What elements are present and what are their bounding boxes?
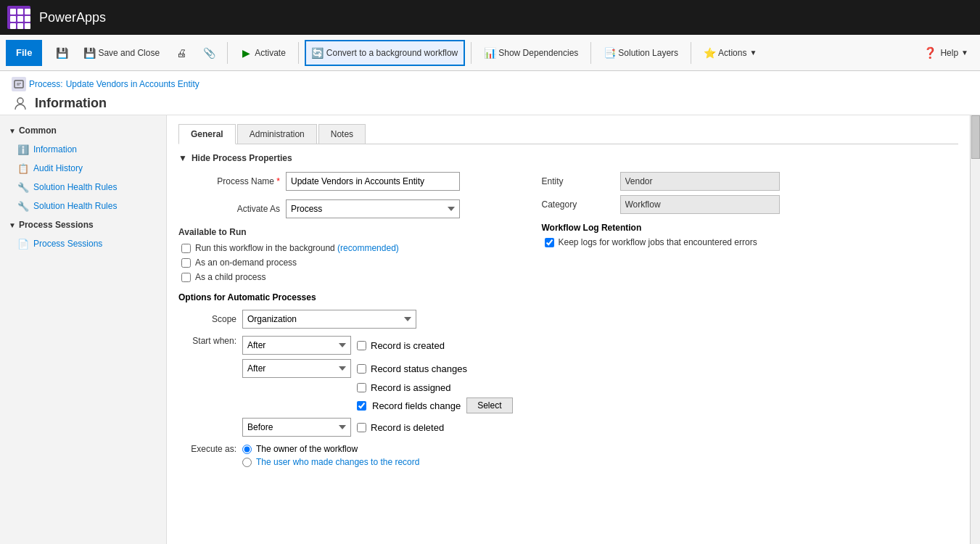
execute-radio-1[interactable]	[242, 445, 252, 454]
execute-as-label: Execute as:	[178, 444, 236, 454]
help-button[interactable]: ❓ Help ▼	[918, 44, 974, 62]
breadcrumb-title: Update Vendors in Accounts Entity	[66, 79, 199, 89]
print-icon: 🖨	[176, 47, 187, 59]
actions-button[interactable]: ⭐ Actions ▼	[697, 40, 763, 66]
execute-radio-2[interactable]	[242, 458, 252, 467]
sidebar-common-header[interactable]: ▼ Common	[0, 121, 166, 140]
show-dependencies-button[interactable]: 📊 Show Dependencies	[477, 40, 585, 66]
checkbox-record-status[interactable]	[357, 364, 366, 374]
category-row: Category	[542, 195, 803, 214]
checkbox-row-ondemand: As an on-demand process	[178, 257, 513, 268]
recommended-link[interactable]: (recommended)	[337, 243, 399, 253]
section-arrow-icon: ▼	[178, 153, 187, 163]
save-close-button[interactable]: 💾 Save and Close	[77, 40, 166, 66]
checkbox-record-created[interactable]	[357, 341, 366, 350]
waffle-icon[interactable]	[7, 6, 30, 29]
activate-as-select[interactable]: Process Template	[286, 199, 460, 218]
top-bar: PowerApps	[0, 0, 980, 35]
select-button[interactable]: Select	[466, 397, 512, 413]
record-created-row: Record is created	[357, 340, 445, 351]
checkbox-ondemand[interactable]	[181, 258, 191, 268]
checkbox-background[interactable]	[181, 244, 191, 253]
breadcrumb: Process: Update Vendors in Accounts Enti…	[12, 77, 968, 91]
sidebar-health-2-label: Solution Health Rules	[33, 201, 117, 211]
sidebar-item-process-sessions[interactable]: 📄 Process Sessions	[0, 234, 166, 253]
breadcrumb-prefix: Process:	[29, 79, 63, 89]
entity-label: Entity	[542, 176, 614, 186]
sidebar-process-sessions-header[interactable]: ▼ Process Sessions	[0, 215, 166, 234]
workflow-log-checkbox[interactable]	[545, 238, 554, 247]
scrollbar-thumb[interactable]	[971, 115, 980, 159]
page-title-row: Information	[12, 94, 968, 112]
print-button[interactable]: 🖨	[169, 40, 194, 66]
record-assigned-label: Record is assigned	[371, 382, 451, 393]
start-when-row-4: Record fields change Select	[242, 397, 513, 413]
workflow-log-section: Workflow Log Retention Keep logs for wor…	[542, 223, 803, 247]
sidebar-process-sessions-item-label: Process Sessions	[33, 239, 102, 249]
start-when-label: Start when:	[178, 336, 236, 346]
page-title: Information	[35, 96, 107, 111]
activate-button[interactable]: ▶ Activate	[234, 40, 292, 66]
record-assigned-row: Record is assigned	[357, 382, 451, 393]
checkbox-record-fields[interactable]	[357, 401, 366, 411]
checkbox-child[interactable]	[181, 273, 191, 282]
checkbox-record-assigned[interactable]	[357, 383, 366, 392]
separator-4	[590, 42, 591, 64]
separator-5	[691, 42, 691, 64]
tab-administration[interactable]: Administration	[237, 124, 317, 144]
sidebar-item-information[interactable]: ℹ️ Information	[0, 140, 166, 159]
solution-layers-button[interactable]: 📑 Solution Layers	[597, 40, 685, 66]
convert-button[interactable]: 🔄 Convert to a background workflow	[305, 40, 465, 66]
tab-general[interactable]: General	[178, 124, 236, 144]
checkbox-child-label: As a child process	[195, 272, 265, 282]
convert-icon: 🔄	[312, 47, 324, 59]
sidebar-item-health-rules-2[interactable]: 🔧 Solution Health Rules	[0, 197, 166, 215]
checkbox-record-deleted[interactable]	[357, 423, 366, 432]
options-automatic-title: Options for Automatic Processes	[178, 292, 513, 302]
audit-icon: 📋	[17, 162, 29, 174]
help-dropdown-icon: ▼	[961, 49, 968, 57]
file-button[interactable]: File	[6, 40, 42, 66]
process-name-input[interactable]	[286, 172, 460, 191]
information-icon: ℹ️	[17, 144, 29, 155]
scrollbar-track[interactable]	[970, 115, 980, 544]
activate-icon: ▶	[240, 47, 252, 59]
record-deleted-row: Record is deleted	[357, 422, 444, 433]
tabs: General Administration Notes	[178, 124, 958, 144]
separator-1	[227, 42, 228, 64]
record-fields-label: Record fields change	[372, 400, 461, 411]
section-toggle-label: Hide Process Properties	[192, 153, 292, 163]
sidebar-item-audit-history[interactable]: 📋 Audit History	[0, 159, 166, 178]
main-layout: ▼ Common ℹ️ Information 📋 Audit History …	[0, 115, 980, 544]
scope-label: Scope	[178, 314, 236, 324]
sidebar-item-health-rules-1[interactable]: 🔧 Solution Health Rules	[0, 178, 166, 197]
section-toggle[interactable]: ▼ Hide Process Properties	[178, 153, 958, 163]
content-area: General Administration Notes ▼ Hide Proc…	[167, 115, 970, 544]
save-icon-button[interactable]: 💾	[49, 40, 74, 66]
execute-option-1: The owner of the workflow	[242, 444, 419, 454]
dependencies-icon: 📊	[484, 47, 495, 59]
start-when-select-2[interactable]: AfterBefore	[242, 359, 351, 378]
start-when-block: Start when: AfterBefore Record is create…	[178, 336, 513, 437]
right-panel: Entity Category Workflow Log Retention K…	[542, 172, 803, 467]
start-when-row-1: AfterBefore Record is created	[242, 336, 513, 355]
sidebar-information-label: Information	[33, 144, 77, 154]
start-when-select-1[interactable]: AfterBefore	[242, 336, 351, 355]
process-sessions-arrow-icon: ▼	[9, 221, 16, 229]
scope-select[interactable]: Organization User Business Unit Parent: …	[242, 310, 416, 329]
attach-button[interactable]: 📎	[197, 40, 221, 66]
entity-input	[620, 172, 780, 191]
app-title: PowerApps	[39, 10, 106, 25]
scope-row: Scope Organization User Business Unit Pa…	[178, 310, 513, 329]
tab-notes[interactable]: Notes	[318, 124, 366, 144]
workflow-log-label: Keep logs for workflow jobs that encount…	[559, 237, 757, 247]
convert-label: Convert to a background workflow	[326, 48, 458, 58]
breadcrumb-icon	[12, 77, 26, 91]
solution-layers-icon: 📑	[604, 47, 615, 59]
process-name-label: Process Name *	[178, 176, 280, 186]
category-input	[620, 195, 780, 214]
execute-label-1: The owner of the workflow	[256, 444, 358, 454]
checkbox-background-label: Run this workflow in the background (rec…	[195, 243, 399, 253]
start-when-select-3[interactable]: BeforeAfter	[242, 418, 351, 437]
workflow-log-checkbox-row: Keep logs for workflow jobs that encount…	[542, 237, 803, 247]
